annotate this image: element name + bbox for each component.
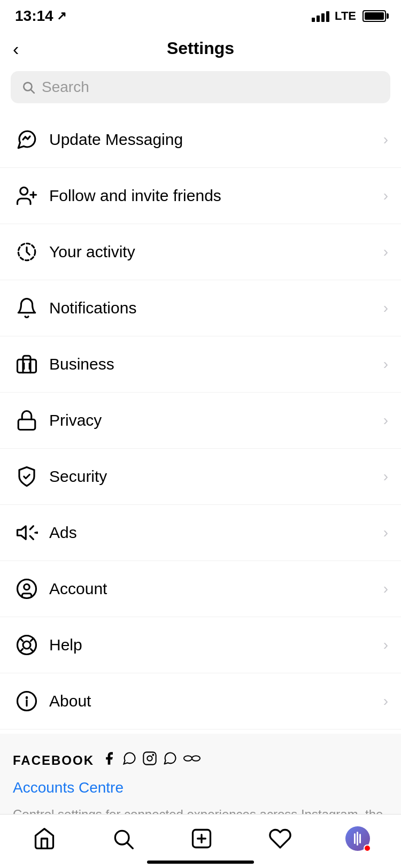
menu-item-notifications[interactable]: Notifications › bbox=[0, 280, 401, 336]
search-container: Search bbox=[0, 69, 401, 112]
status-time: 13:14 ↗ bbox=[15, 7, 66, 25]
menu-item-ads[interactable]: Ads › bbox=[0, 505, 401, 561]
messenger-icon bbox=[13, 126, 41, 153]
chevron-right-icon: › bbox=[383, 356, 388, 373]
svg-marker-10 bbox=[18, 526, 26, 540]
menu-label-update-messaging: Update Messaging bbox=[49, 130, 383, 149]
nav-activity[interactable] bbox=[267, 825, 294, 852]
shield-icon bbox=[13, 463, 41, 490]
status-right: LTE bbox=[312, 9, 386, 23]
svg-point-15 bbox=[18, 580, 36, 598]
svg-line-1 bbox=[31, 90, 34, 93]
nav-search[interactable] bbox=[110, 825, 136, 852]
menu-item-help[interactable]: Help › bbox=[0, 617, 401, 673]
accounts-centre-link[interactable]: Accounts Centre bbox=[13, 779, 388, 796]
chevron-right-icon: › bbox=[383, 693, 388, 710]
home-icon bbox=[31, 825, 58, 852]
help-icon bbox=[13, 631, 41, 659]
svg-point-28 bbox=[152, 755, 153, 756]
menu-label-follow-invite: Follow and invite friends bbox=[49, 187, 383, 205]
menu-item-your-activity[interactable]: Your activity › bbox=[0, 224, 401, 280]
svg-rect-26 bbox=[143, 752, 156, 764]
chevron-right-icon: › bbox=[383, 468, 388, 485]
back-button[interactable]: ‹ bbox=[13, 40, 19, 58]
svg-line-19 bbox=[20, 639, 23, 641]
notification-dot bbox=[364, 844, 371, 852]
search-box[interactable]: Search bbox=[11, 71, 390, 103]
svg-point-30 bbox=[192, 756, 200, 761]
menu-item-business[interactable]: Business › bbox=[0, 336, 401, 393]
menu-item-about[interactable]: About › bbox=[0, 673, 401, 729]
nav-home[interactable] bbox=[31, 825, 58, 852]
avatar bbox=[345, 826, 370, 851]
account-icon bbox=[13, 575, 41, 603]
page-content: Search Update Messaging › bbox=[0, 69, 401, 868]
nav-add[interactable] bbox=[188, 825, 215, 852]
svg-rect-6 bbox=[18, 359, 36, 373]
svg-point-29 bbox=[184, 756, 192, 761]
whatsapp-icon bbox=[163, 751, 178, 770]
svg-line-22 bbox=[20, 649, 23, 651]
search-placeholder: Search bbox=[42, 79, 89, 96]
chevron-right-icon: › bbox=[383, 412, 388, 429]
facebook-brand-icons bbox=[102, 751, 201, 770]
menu-list: Update Messaging › Follow and invite fri… bbox=[0, 112, 401, 729]
menu-label-privacy: Privacy bbox=[49, 411, 383, 429]
menu-item-account[interactable]: Account › bbox=[0, 561, 401, 617]
svg-line-32 bbox=[127, 843, 133, 848]
svg-line-12 bbox=[30, 536, 33, 539]
header: ‹ Settings bbox=[0, 30, 401, 69]
bell-icon bbox=[13, 294, 41, 322]
svg-point-2 bbox=[20, 187, 28, 195]
svg-rect-9 bbox=[18, 419, 35, 429]
meta-icon bbox=[183, 751, 201, 770]
menu-label-notifications: Notifications bbox=[49, 299, 383, 317]
svg-point-16 bbox=[24, 584, 30, 590]
activity-icon bbox=[13, 238, 41, 266]
svg-point-18 bbox=[23, 641, 30, 649]
location-icon: ↗ bbox=[57, 9, 66, 23]
menu-label-about: About bbox=[49, 692, 383, 710]
search-nav-icon bbox=[110, 825, 136, 852]
lte-label: LTE bbox=[335, 9, 356, 23]
heart-icon bbox=[267, 825, 294, 852]
menu-item-privacy[interactable]: Privacy › bbox=[0, 393, 401, 449]
chevron-right-icon: › bbox=[383, 131, 388, 148]
info-icon bbox=[13, 687, 41, 715]
svg-point-27 bbox=[147, 756, 152, 761]
facebook-icon bbox=[102, 751, 117, 770]
menu-item-security[interactable]: Security › bbox=[0, 449, 401, 505]
status-bar: 13:14 ↗ LTE bbox=[0, 0, 401, 30]
messenger-brand-icon bbox=[122, 751, 137, 770]
svg-line-20 bbox=[30, 649, 33, 651]
menu-label-security: Security bbox=[49, 467, 383, 486]
menu-label-ads: Ads bbox=[49, 524, 383, 542]
nav-profile[interactable] bbox=[345, 826, 370, 851]
battery-icon bbox=[363, 10, 386, 22]
menu-item-update-messaging[interactable]: Update Messaging › bbox=[0, 112, 401, 168]
svg-line-11 bbox=[30, 526, 33, 529]
chevron-right-icon: › bbox=[383, 299, 388, 317]
facebook-header: FACEBOOK bbox=[13, 751, 388, 770]
lock-icon bbox=[13, 406, 41, 434]
menu-label-account: Account bbox=[49, 580, 383, 598]
bottom-nav bbox=[0, 814, 401, 868]
chevron-right-icon: › bbox=[383, 524, 388, 541]
chevron-right-icon: › bbox=[383, 243, 388, 260]
add-icon bbox=[188, 825, 215, 852]
page-title: Settings bbox=[167, 39, 234, 58]
instagram-icon bbox=[142, 751, 157, 770]
menu-label-your-activity: Your activity bbox=[49, 243, 383, 261]
chevron-right-icon: › bbox=[383, 187, 388, 204]
chevron-right-icon: › bbox=[383, 580, 388, 597]
search-icon bbox=[21, 80, 35, 94]
menu-item-follow-invite[interactable]: Follow and invite friends › bbox=[0, 168, 401, 224]
add-person-icon bbox=[13, 182, 41, 210]
signal-bars-icon bbox=[312, 10, 329, 22]
ads-icon bbox=[13, 519, 41, 547]
facebook-label: FACEBOOK bbox=[13, 753, 94, 768]
menu-label-business: Business bbox=[49, 355, 383, 373]
chevron-right-icon: › bbox=[383, 636, 388, 654]
business-icon bbox=[13, 350, 41, 378]
menu-label-help: Help bbox=[49, 636, 383, 654]
